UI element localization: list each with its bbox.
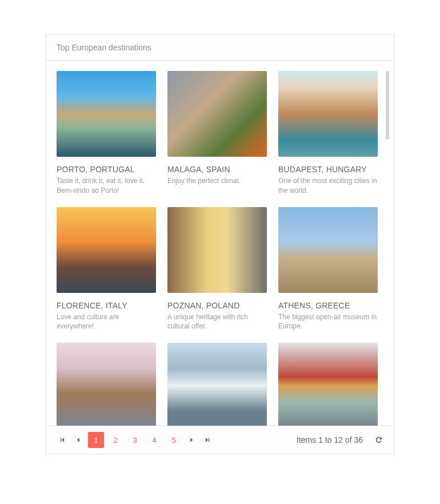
- destination-image: [57, 207, 156, 293]
- panel-header: Top European destinations: [46, 35, 394, 61]
- destination-image: [57, 343, 156, 426]
- pager-next-button[interactable]: [183, 432, 199, 448]
- scroll-area: PORTO, PORTUGALTaste it, drink it, eat i…: [46, 61, 394, 426]
- refresh-icon: [375, 436, 383, 444]
- scrollbar-track[interactable]: [386, 71, 389, 415]
- destination-title: FLORENCE, ITALY: [57, 301, 156, 310]
- destination-image: [57, 71, 156, 157]
- destination-title: ATHENS, GREECE: [278, 301, 378, 310]
- pager-prev-button[interactable]: [70, 432, 86, 448]
- destination-description: A unique heritage with rich cultural off…: [167, 312, 267, 332]
- caret-left-icon: [75, 437, 81, 443]
- destination-image: [278, 71, 378, 157]
- pager-refresh-button[interactable]: [372, 433, 386, 447]
- destinations-grid: PORTO, PORTUGALTaste it, drink it, eat i…: [57, 71, 378, 426]
- destinations-panel: Top European destinations PORTO, PORTUGA…: [46, 34, 394, 454]
- destination-description: Taste it, drink it, eat it, love it. Bem…: [57, 176, 156, 196]
- pager-page-5[interactable]: 5: [166, 432, 182, 448]
- destination-image: [278, 343, 378, 426]
- pager-page-2[interactable]: 2: [107, 432, 123, 448]
- destination-card[interactable]: MALAGA, SPAINEnjoy the perfect climat.: [167, 71, 267, 196]
- scrollbar-thumb[interactable]: [386, 71, 389, 140]
- destination-image: [278, 207, 378, 293]
- pager-last-button[interactable]: [199, 432, 215, 448]
- destination-description: Love and culture are everywhere!: [57, 312, 156, 332]
- destination-card[interactable]: [167, 343, 267, 426]
- destination-description: The biggest open-air museum in Europe.: [278, 312, 378, 332]
- destination-card[interactable]: PORTO, PORTUGALTaste it, drink it, eat i…: [57, 71, 156, 196]
- seek-first-icon: [59, 437, 65, 443]
- destination-card[interactable]: [57, 343, 156, 426]
- pager-info: Items 1 to 12 of 36: [297, 435, 363, 445]
- destination-card[interactable]: FLORENCE, ITALYLove and culture are ever…: [57, 207, 156, 332]
- destination-card[interactable]: BUDAPEST, HUNGARYOne of the most excitin…: [278, 71, 378, 196]
- destination-title: BUDAPEST, HUNGARY: [278, 165, 378, 174]
- destination-title: MALAGA, SPAIN: [167, 165, 267, 174]
- pager-page-4[interactable]: 4: [146, 432, 162, 448]
- pager-page-1[interactable]: 1: [88, 432, 104, 448]
- panel-title: Top European destinations: [57, 43, 151, 52]
- destination-card[interactable]: [278, 343, 378, 426]
- destination-card[interactable]: POZNAN, POLANDA unique heritage with ric…: [167, 207, 267, 332]
- seek-last-icon: [205, 437, 210, 443]
- destination-description: Enjoy the perfect climat.: [167, 176, 267, 186]
- destination-title: PORTO, PORTUGAL: [57, 165, 156, 174]
- destination-title: POZNAN, POLAND: [167, 301, 267, 310]
- pager: 12345 Items 1 to 12 of 36: [46, 426, 394, 454]
- caret-right-icon: [189, 437, 194, 443]
- destination-image: [167, 343, 267, 426]
- destination-description: One of the most exciting cities in the w…: [278, 176, 378, 196]
- pager-first-button[interactable]: [54, 432, 70, 448]
- destination-image: [167, 207, 267, 293]
- pager-page-3[interactable]: 3: [127, 432, 143, 448]
- destination-image: [167, 71, 267, 157]
- destination-card[interactable]: ATHENS, GREECEThe biggest open-air museu…: [278, 207, 378, 332]
